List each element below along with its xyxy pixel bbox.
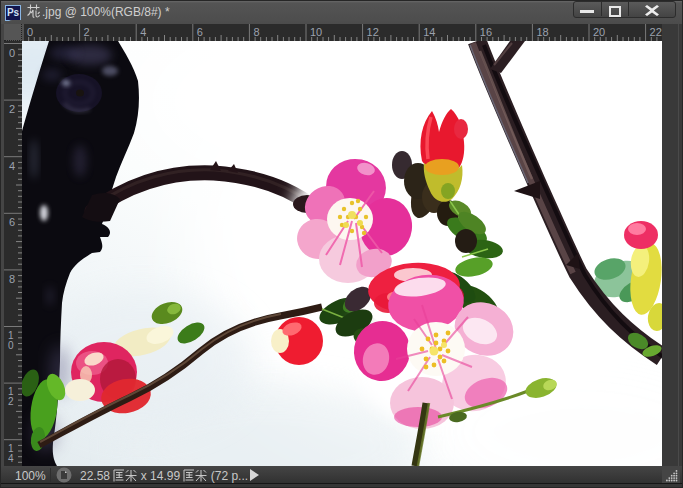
svg-text:0: 0 <box>9 47 15 59</box>
svg-text:18: 18 <box>536 26 548 38</box>
svg-text:4: 4 <box>8 453 14 464</box>
svg-text:4: 4 <box>140 26 146 38</box>
svg-text:16: 16 <box>480 26 492 38</box>
svg-text:2: 2 <box>84 26 90 38</box>
svg-text:6: 6 <box>9 216 15 228</box>
svg-text:0: 0 <box>8 340 14 351</box>
svg-text:6: 6 <box>197 26 203 38</box>
svg-text:2: 2 <box>9 103 15 115</box>
svg-text:14: 14 <box>423 26 435 38</box>
svg-text:8: 8 <box>253 26 259 38</box>
svg-text:12: 12 <box>367 26 379 38</box>
svg-text:20: 20 <box>593 26 605 38</box>
svg-text:22: 22 <box>650 26 662 38</box>
svg-text:10: 10 <box>310 26 322 38</box>
svg-text:8: 8 <box>9 273 15 285</box>
svg-text:2: 2 <box>8 396 14 407</box>
svg-text:0: 0 <box>27 26 33 38</box>
svg-text:4: 4 <box>9 160 15 172</box>
